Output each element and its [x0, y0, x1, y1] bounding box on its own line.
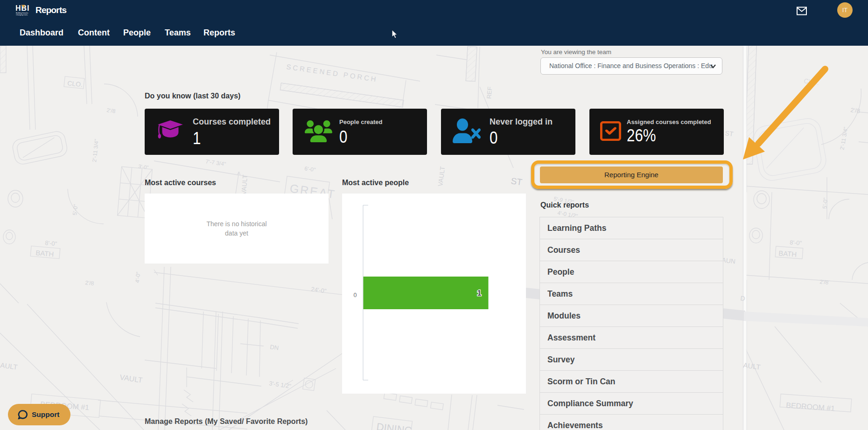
- svg-text:6'-0": 6'-0": [304, 165, 316, 173]
- svg-text:VAULT: VAULT: [240, 174, 249, 195]
- svg-text:1: 1: [477, 289, 482, 297]
- svg-text:D: D: [740, 294, 746, 302]
- svg-text:5'-0": 5'-0": [71, 204, 79, 215]
- svg-text:ST: ST: [510, 176, 523, 187]
- svg-text:CLO.: CLO.: [67, 79, 83, 88]
- svg-text:2'-11 3/4": 2'-11 3/4": [839, 126, 849, 150]
- svg-text:0: 0: [354, 292, 357, 298]
- svg-text:BEDROOM #1: BEDROOM #1: [786, 401, 835, 412]
- svg-text:8'-0": 8'-0": [45, 239, 57, 247]
- svg-text:VAULT: VAULT: [119, 373, 143, 384]
- svg-text:ST: ST: [725, 129, 734, 138]
- svg-text:REF: REF: [485, 86, 493, 99]
- svg-text:2'/8: 2'/8: [850, 106, 861, 115]
- svg-text:CLO.: CLO.: [804, 77, 820, 86]
- svg-text:BATH: BATH: [35, 249, 54, 258]
- svg-text:4'-0": 4'-0": [134, 271, 141, 283]
- svg-text:AULT: AULT: [0, 361, 18, 371]
- svg-text:BATH: BATH: [778, 249, 797, 258]
- svg-text:Changing Lives.: Changing Lives.: [16, 14, 28, 16]
- svg-text:7'-7 3/4": 7'-7 3/4": [205, 158, 226, 167]
- svg-text:2'/8: 2'/8: [85, 279, 95, 287]
- svg-text:8'-0": 8'-0": [790, 239, 802, 247]
- svg-text:AUN: AUN: [721, 256, 736, 265]
- svg-text:DINING: DINING: [376, 421, 413, 430]
- svg-text:24'-0": 24'-0": [311, 285, 327, 295]
- svg-text:VAULT: VAULT: [436, 166, 446, 187]
- svg-text:2'/8: 2'/8: [819, 278, 829, 286]
- svg-text:2'/8: 2'/8: [106, 107, 116, 115]
- svg-text:3'-5 1/2": 3'-5 1/2": [269, 380, 292, 390]
- svg-text:3'-0": 3'-0": [138, 163, 149, 170]
- svg-text:5'-0": 5'-0": [821, 197, 829, 209]
- svg-text:DN: DN: [270, 343, 280, 351]
- svg-text:2'-11 3/4": 2'-11 3/4": [91, 139, 100, 162]
